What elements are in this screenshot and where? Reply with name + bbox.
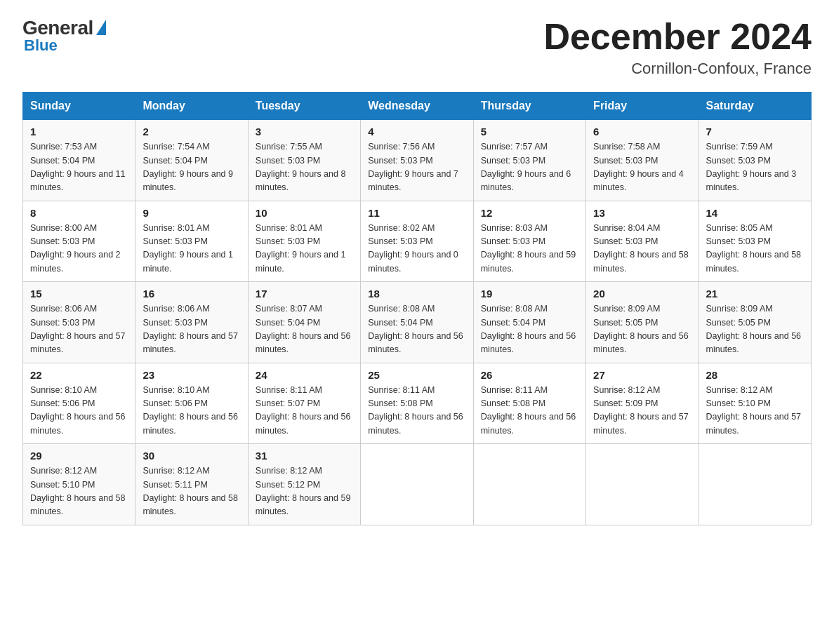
calendar-cell: 8 Sunrise: 8:00 AMSunset: 5:03 PMDayligh… (23, 201, 135, 282)
day-number: 17 (256, 288, 353, 300)
calendar-cell: 21 Sunrise: 8:09 AMSunset: 5:05 PMDaylig… (699, 282, 811, 363)
calendar-cell: 19 Sunrise: 8:08 AMSunset: 5:04 PMDaylig… (473, 282, 585, 363)
day-info: Sunrise: 7:55 AMSunset: 5:03 PMDaylight:… (256, 140, 353, 195)
day-info: Sunrise: 8:08 AMSunset: 5:04 PMDaylight:… (368, 302, 465, 357)
day-info: Sunrise: 8:11 AMSunset: 5:08 PMDaylight:… (368, 384, 465, 438)
weekday-header-friday: Friday (586, 93, 699, 120)
calendar-cell: 4 Sunrise: 7:56 AMSunset: 5:03 PMDayligh… (361, 120, 473, 201)
day-info: Sunrise: 8:06 AMSunset: 5:03 PMDaylight:… (143, 302, 240, 357)
day-number: 7 (706, 126, 804, 137)
calendar-week-row: 22 Sunrise: 8:10 AMSunset: 5:06 PMDaylig… (23, 363, 812, 444)
calendar-cell: 1 Sunrise: 7:53 AMSunset: 5:04 PMDayligh… (23, 120, 135, 201)
calendar-week-row: 1 Sunrise: 7:53 AMSunset: 5:04 PMDayligh… (23, 120, 812, 201)
day-info: Sunrise: 8:10 AMSunset: 5:06 PMDaylight:… (30, 384, 128, 438)
logo-triangle-icon (96, 20, 106, 35)
calendar-cell: 23 Sunrise: 8:10 AMSunset: 5:06 PMDaylig… (135, 363, 248, 444)
calendar-cell: 13 Sunrise: 8:04 AMSunset: 5:03 PMDaylig… (586, 201, 699, 282)
day-info: Sunrise: 7:56 AMSunset: 5:03 PMDaylight:… (368, 140, 465, 195)
calendar-cell: 29 Sunrise: 8:12 AMSunset: 5:10 PMDaylig… (23, 444, 135, 525)
day-info: Sunrise: 7:59 AMSunset: 5:03 PMDaylight:… (706, 140, 804, 195)
day-info: Sunrise: 8:12 AMSunset: 5:10 PMDaylight:… (30, 464, 128, 519)
day-number: 5 (481, 126, 578, 137)
day-info: Sunrise: 8:12 AMSunset: 5:09 PMDaylight:… (593, 384, 691, 438)
day-number: 14 (706, 207, 804, 219)
weekday-header-sunday: Sunday (23, 93, 135, 120)
calendar-cell: 27 Sunrise: 8:12 AMSunset: 5:09 PMDaylig… (586, 363, 699, 444)
calendar-cell: 25 Sunrise: 8:11 AMSunset: 5:08 PMDaylig… (361, 363, 473, 444)
calendar-week-row: 29 Sunrise: 8:12 AMSunset: 5:10 PMDaylig… (23, 444, 812, 525)
calendar-cell: 28 Sunrise: 8:12 AMSunset: 5:10 PMDaylig… (699, 363, 811, 444)
day-number: 6 (593, 126, 691, 137)
day-info: Sunrise: 8:11 AMSunset: 5:07 PMDaylight:… (256, 384, 353, 438)
day-info: Sunrise: 7:53 AMSunset: 5:04 PMDaylight:… (30, 140, 128, 195)
day-number: 9 (143, 207, 240, 219)
day-info: Sunrise: 8:09 AMSunset: 5:05 PMDaylight:… (593, 302, 691, 357)
day-number: 27 (593, 369, 691, 381)
day-info: Sunrise: 8:12 AMSunset: 5:12 PMDaylight:… (256, 464, 353, 519)
day-info: Sunrise: 8:04 AMSunset: 5:03 PMDaylight:… (593, 222, 691, 276)
day-number: 28 (706, 369, 804, 381)
day-number: 13 (593, 207, 691, 219)
calendar-cell (586, 444, 699, 525)
day-number: 3 (256, 126, 353, 137)
day-number: 8 (30, 207, 128, 219)
day-number: 29 (30, 450, 128, 462)
calendar-cell: 3 Sunrise: 7:55 AMSunset: 5:03 PMDayligh… (248, 120, 360, 201)
day-number: 20 (593, 288, 691, 300)
calendar-cell: 15 Sunrise: 8:06 AMSunset: 5:03 PMDaylig… (23, 282, 135, 363)
location-subtitle: Cornillon-Confoux, France (543, 60, 812, 78)
day-info: Sunrise: 7:58 AMSunset: 5:03 PMDaylight:… (593, 140, 691, 195)
calendar-cell: 2 Sunrise: 7:54 AMSunset: 5:04 PMDayligh… (135, 120, 248, 201)
day-number: 11 (368, 207, 465, 219)
day-info: Sunrise: 8:02 AMSunset: 5:03 PMDaylight:… (368, 222, 465, 276)
day-number: 21 (706, 288, 804, 300)
calendar-cell: 20 Sunrise: 8:09 AMSunset: 5:05 PMDaylig… (586, 282, 699, 363)
calendar-cell: 7 Sunrise: 7:59 AMSunset: 5:03 PMDayligh… (699, 120, 811, 201)
day-number: 31 (256, 450, 353, 462)
day-info: Sunrise: 8:09 AMSunset: 5:05 PMDaylight:… (706, 302, 804, 357)
day-info: Sunrise: 7:57 AMSunset: 5:03 PMDaylight:… (481, 140, 578, 195)
day-info: Sunrise: 8:12 AMSunset: 5:10 PMDaylight:… (706, 384, 804, 438)
calendar-week-row: 8 Sunrise: 8:00 AMSunset: 5:03 PMDayligh… (23, 201, 812, 282)
calendar-cell: 26 Sunrise: 8:11 AMSunset: 5:08 PMDaylig… (473, 363, 585, 444)
day-info: Sunrise: 8:12 AMSunset: 5:11 PMDaylight:… (143, 464, 240, 519)
calendar-cell: 22 Sunrise: 8:10 AMSunset: 5:06 PMDaylig… (23, 363, 135, 444)
calendar-cell (361, 444, 473, 525)
day-info: Sunrise: 8:11 AMSunset: 5:08 PMDaylight:… (481, 384, 578, 438)
day-number: 22 (30, 369, 128, 381)
calendar-cell: 30 Sunrise: 8:12 AMSunset: 5:11 PMDaylig… (135, 444, 248, 525)
day-number: 16 (143, 288, 240, 300)
day-number: 23 (143, 369, 240, 381)
day-info: Sunrise: 8:01 AMSunset: 5:03 PMDaylight:… (256, 222, 353, 276)
day-info: Sunrise: 7:54 AMSunset: 5:04 PMDaylight:… (143, 140, 240, 195)
weekday-header-thursday: Thursday (473, 93, 585, 120)
calendar-header-row: SundayMondayTuesdayWednesdayThursdayFrid… (23, 93, 812, 120)
day-info: Sunrise: 8:07 AMSunset: 5:04 PMDaylight:… (256, 302, 353, 357)
calendar-table: SundayMondayTuesdayWednesdayThursdayFrid… (22, 92, 812, 525)
calendar-cell: 14 Sunrise: 8:05 AMSunset: 5:03 PMDaylig… (699, 201, 811, 282)
day-number: 12 (481, 207, 578, 219)
calendar-cell: 12 Sunrise: 8:03 AMSunset: 5:03 PMDaylig… (473, 201, 585, 282)
calendar-cell: 10 Sunrise: 8:01 AMSunset: 5:03 PMDaylig… (248, 201, 360, 282)
day-info: Sunrise: 8:08 AMSunset: 5:04 PMDaylight:… (481, 302, 578, 357)
day-number: 15 (30, 288, 128, 300)
calendar-cell (699, 444, 811, 525)
calendar-cell: 5 Sunrise: 7:57 AMSunset: 5:03 PMDayligh… (473, 120, 585, 201)
calendar-cell: 31 Sunrise: 8:12 AMSunset: 5:12 PMDaylig… (248, 444, 360, 525)
day-number: 1 (30, 126, 128, 137)
day-info: Sunrise: 8:06 AMSunset: 5:03 PMDaylight:… (30, 302, 128, 357)
day-info: Sunrise: 8:05 AMSunset: 5:03 PMDaylight:… (706, 222, 804, 276)
day-number: 10 (256, 207, 353, 219)
day-number: 26 (481, 369, 578, 381)
calendar-cell: 6 Sunrise: 7:58 AMSunset: 5:03 PMDayligh… (586, 120, 699, 201)
month-year-title: December 2024 (543, 17, 812, 57)
weekday-header-saturday: Saturday (699, 93, 811, 120)
logo: General Blue (22, 17, 106, 55)
weekday-header-monday: Monday (135, 93, 248, 120)
day-info: Sunrise: 8:00 AMSunset: 5:03 PMDaylight:… (30, 222, 128, 276)
page-header: General Blue December 2024 Cornillon-Con… (22, 17, 812, 78)
calendar-cell: 16 Sunrise: 8:06 AMSunset: 5:03 PMDaylig… (135, 282, 248, 363)
day-number: 24 (256, 369, 353, 381)
logo-blue-text: Blue (24, 36, 58, 55)
title-section: December 2024 Cornillon-Confoux, France (543, 17, 812, 78)
